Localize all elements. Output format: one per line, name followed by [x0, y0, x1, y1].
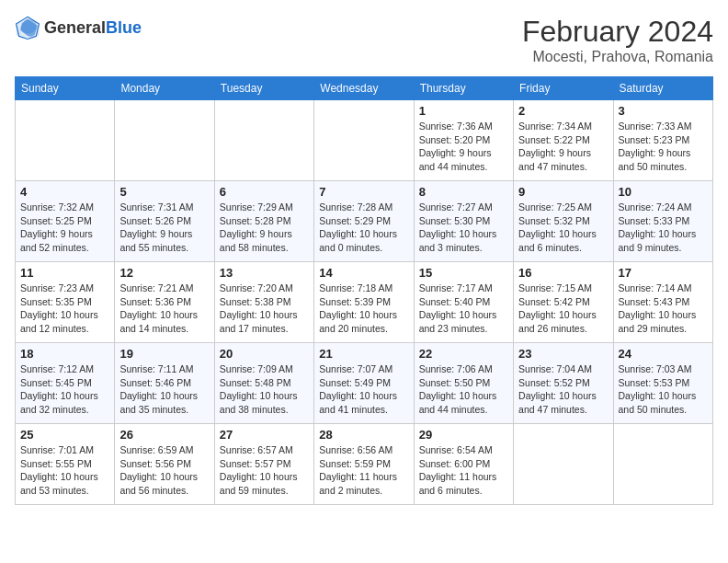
day-number: 14	[319, 266, 408, 280]
day-info: Sunrise: 6:57 AM Sunset: 5:57 PM Dayligh…	[220, 443, 309, 498]
calendar-table: SundayMondayTuesdayWednesdayThursdayFrid…	[15, 76, 713, 505]
day-info: Sunrise: 7:21 AM Sunset: 5:36 PM Dayligh…	[119, 282, 209, 336]
calendar-cell: 22Sunrise: 7:06 AM Sunset: 5:50 PM Dayli…	[414, 343, 513, 424]
calendar-cell: 10Sunrise: 7:24 AM Sunset: 5:33 PM Dayli…	[613, 181, 712, 262]
day-info: Sunrise: 7:17 AM Sunset: 5:40 PM Dayligh…	[419, 282, 508, 336]
calendar-cell: 27Sunrise: 6:57 AM Sunset: 5:57 PM Dayli…	[214, 424, 313, 505]
logo-text: GeneralBlue	[44, 18, 142, 38]
column-header-friday: Friday	[514, 77, 613, 100]
day-number: 10	[619, 185, 708, 199]
day-info: Sunrise: 7:09 AM Sunset: 5:48 PM Dayligh…	[220, 362, 309, 417]
logo-blue-text: Blue	[106, 18, 142, 38]
calendar-week-row: 11Sunrise: 7:23 AM Sunset: 5:35 PM Dayli…	[16, 262, 713, 343]
calendar-cell: 14Sunrise: 7:18 AM Sunset: 5:39 PM Dayli…	[314, 262, 414, 343]
day-number: 29	[419, 428, 508, 442]
day-info: Sunrise: 7:27 AM Sunset: 5:30 PM Dayligh…	[419, 201, 508, 255]
calendar-week-row: 25Sunrise: 7:01 AM Sunset: 5:55 PM Dayli…	[16, 424, 713, 505]
calendar-cell: 29Sunrise: 6:54 AM Sunset: 6:00 PM Dayli…	[414, 424, 513, 505]
column-header-sunday: Sunday	[16, 77, 115, 100]
calendar-cell	[314, 100, 414, 181]
calendar-header-row: SundayMondayTuesdayWednesdayThursdayFrid…	[16, 77, 713, 100]
day-info: Sunrise: 6:54 AM Sunset: 6:00 PM Dayligh…	[419, 443, 508, 498]
calendar-cell: 24Sunrise: 7:03 AM Sunset: 5:53 PM Dayli…	[613, 343, 712, 424]
day-info: Sunrise: 7:04 AM Sunset: 5:52 PM Dayligh…	[518, 362, 608, 417]
page-header: GeneralBlue February 2024 Mocesti, Praho…	[15, 15, 713, 65]
day-number: 6	[220, 185, 309, 199]
day-number: 25	[20, 428, 109, 442]
day-info: Sunrise: 7:01 AM Sunset: 5:55 PM Dayligh…	[20, 443, 109, 498]
day-info: Sunrise: 7:32 AM Sunset: 5:25 PM Dayligh…	[20, 201, 109, 255]
calendar-cell	[514, 424, 613, 505]
calendar-cell	[214, 100, 313, 181]
logo-general-text: General	[44, 18, 106, 38]
day-info: Sunrise: 7:11 AM Sunset: 5:46 PM Dayligh…	[119, 362, 209, 417]
day-number: 12	[119, 266, 209, 280]
calendar-cell: 26Sunrise: 6:59 AM Sunset: 5:56 PM Dayli…	[115, 424, 214, 505]
day-number: 4	[20, 185, 109, 199]
day-info: Sunrise: 7:07 AM Sunset: 5:49 PM Dayligh…	[319, 362, 408, 417]
logo: GeneralBlue	[15, 15, 142, 40]
day-info: Sunrise: 7:34 AM Sunset: 5:22 PM Dayligh…	[518, 120, 608, 174]
day-number: 21	[319, 347, 408, 361]
day-info: Sunrise: 7:24 AM Sunset: 5:33 PM Dayligh…	[619, 201, 708, 255]
calendar-cell: 11Sunrise: 7:23 AM Sunset: 5:35 PM Dayli…	[16, 262, 115, 343]
day-number: 8	[419, 185, 508, 199]
calendar-cell	[613, 424, 712, 505]
day-info: Sunrise: 7:28 AM Sunset: 5:29 PM Dayligh…	[319, 201, 408, 255]
day-info: Sunrise: 7:23 AM Sunset: 5:35 PM Dayligh…	[20, 282, 109, 336]
day-info: Sunrise: 7:31 AM Sunset: 5:26 PM Dayligh…	[119, 201, 209, 255]
day-info: Sunrise: 7:25 AM Sunset: 5:32 PM Dayligh…	[518, 201, 608, 255]
day-info: Sunrise: 7:15 AM Sunset: 5:42 PM Dayligh…	[518, 282, 608, 336]
day-info: Sunrise: 7:33 AM Sunset: 5:23 PM Dayligh…	[619, 120, 708, 174]
calendar-week-row: 1Sunrise: 7:36 AM Sunset: 5:20 PM Daylig…	[16, 100, 713, 181]
day-number: 16	[518, 266, 608, 280]
calendar-cell: 15Sunrise: 7:17 AM Sunset: 5:40 PM Dayli…	[414, 262, 513, 343]
column-header-tuesday: Tuesday	[214, 77, 313, 100]
calendar-cell: 6Sunrise: 7:29 AM Sunset: 5:28 PM Daylig…	[214, 181, 313, 262]
day-number: 26	[119, 428, 209, 442]
day-info: Sunrise: 6:59 AM Sunset: 5:56 PM Dayligh…	[119, 443, 209, 498]
day-number: 11	[20, 266, 109, 280]
day-number: 15	[419, 266, 508, 280]
calendar-cell: 20Sunrise: 7:09 AM Sunset: 5:48 PM Dayli…	[214, 343, 313, 424]
day-number: 13	[220, 266, 309, 280]
calendar-cell: 19Sunrise: 7:11 AM Sunset: 5:46 PM Dayli…	[115, 343, 214, 424]
day-info: Sunrise: 7:18 AM Sunset: 5:39 PM Dayligh…	[319, 282, 408, 336]
logo-icon	[15, 15, 40, 40]
day-info: Sunrise: 7:03 AM Sunset: 5:53 PM Dayligh…	[619, 362, 708, 417]
calendar-cell: 28Sunrise: 6:56 AM Sunset: 5:59 PM Dayli…	[314, 424, 414, 505]
day-info: Sunrise: 7:20 AM Sunset: 5:38 PM Dayligh…	[220, 282, 309, 336]
day-info: Sunrise: 7:29 AM Sunset: 5:28 PM Dayligh…	[220, 201, 309, 255]
calendar-week-row: 4Sunrise: 7:32 AM Sunset: 5:25 PM Daylig…	[16, 181, 713, 262]
day-number: 19	[119, 347, 209, 361]
location-subtitle: Mocesti, Prahova, Romania	[522, 49, 713, 65]
calendar-cell: 13Sunrise: 7:20 AM Sunset: 5:38 PM Dayli…	[214, 262, 313, 343]
calendar-cell	[115, 100, 214, 181]
day-number: 7	[319, 185, 408, 199]
calendar-cell: 4Sunrise: 7:32 AM Sunset: 5:25 PM Daylig…	[16, 181, 115, 262]
calendar-cell: 21Sunrise: 7:07 AM Sunset: 5:49 PM Dayli…	[314, 343, 414, 424]
day-number: 17	[619, 266, 708, 280]
day-number: 27	[220, 428, 309, 442]
day-number: 18	[20, 347, 109, 361]
day-number: 3	[619, 104, 708, 118]
calendar-cell: 2Sunrise: 7:34 AM Sunset: 5:22 PM Daylig…	[514, 100, 613, 181]
calendar-cell	[16, 100, 115, 181]
day-info: Sunrise: 7:06 AM Sunset: 5:50 PM Dayligh…	[419, 362, 508, 417]
column-header-wednesday: Wednesday	[314, 77, 414, 100]
day-number: 9	[518, 185, 608, 199]
day-info: Sunrise: 7:14 AM Sunset: 5:43 PM Dayligh…	[619, 282, 708, 336]
calendar-cell: 1Sunrise: 7:36 AM Sunset: 5:20 PM Daylig…	[414, 100, 513, 181]
day-info: Sunrise: 6:56 AM Sunset: 5:59 PM Dayligh…	[319, 443, 408, 498]
calendar-cell: 8Sunrise: 7:27 AM Sunset: 5:30 PM Daylig…	[414, 181, 513, 262]
calendar-cell: 5Sunrise: 7:31 AM Sunset: 5:26 PM Daylig…	[115, 181, 214, 262]
day-number: 5	[119, 185, 209, 199]
calendar-cell: 16Sunrise: 7:15 AM Sunset: 5:42 PM Dayli…	[514, 262, 613, 343]
day-number: 2	[518, 104, 608, 118]
day-info: Sunrise: 7:12 AM Sunset: 5:45 PM Dayligh…	[20, 362, 109, 417]
calendar-cell: 7Sunrise: 7:28 AM Sunset: 5:29 PM Daylig…	[314, 181, 414, 262]
day-number: 28	[319, 428, 408, 442]
month-title: February 2024	[522, 15, 713, 49]
calendar-cell: 12Sunrise: 7:21 AM Sunset: 5:36 PM Dayli…	[115, 262, 214, 343]
day-number: 24	[619, 347, 708, 361]
